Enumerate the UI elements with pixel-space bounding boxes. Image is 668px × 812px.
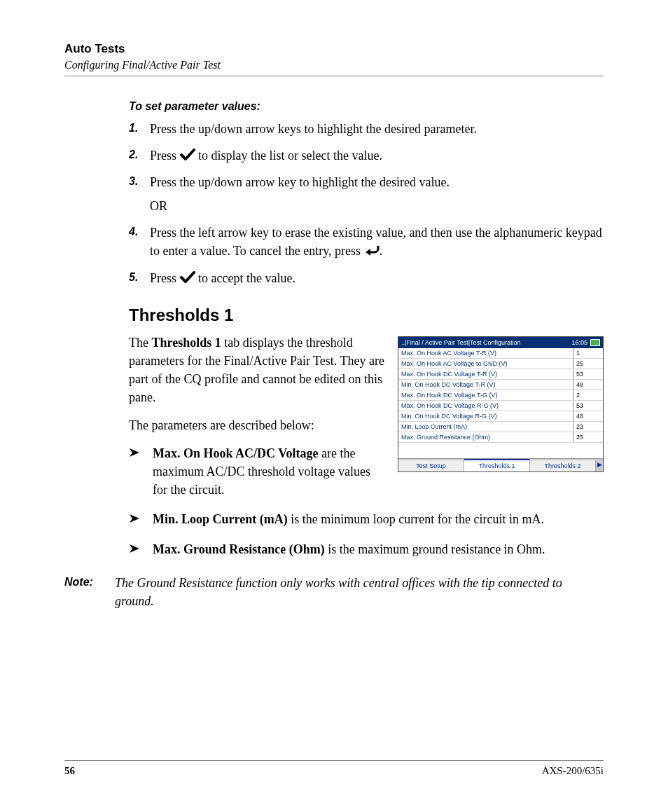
threshold-row: Max. On Hook DC Voltage R-G (V)53 bbox=[398, 400, 603, 411]
battery-icon bbox=[590, 339, 600, 346]
threshold-label: Max. On Hook DC Voltage T-R (V) bbox=[398, 369, 573, 379]
threshold-label: Max. On Hook AC Voltage to GND (V) bbox=[398, 358, 573, 369]
step-number: 3. bbox=[129, 173, 150, 215]
page-footer: 56 AXS-200/635i bbox=[64, 760, 604, 777]
page-number: 56 bbox=[64, 765, 75, 777]
footer-model: AXS-200/635i bbox=[542, 765, 604, 777]
threshold-label: Max. On Hook DC Voltage R-G (V) bbox=[398, 400, 573, 411]
step-body: Press the up/down arrow key to highlight… bbox=[150, 173, 604, 215]
bullet-item: Min. Loop Current (mA) is the minimum lo… bbox=[129, 510, 604, 528]
step-body: Press to display the list or select the … bbox=[150, 146, 604, 165]
threshold-value: 48 bbox=[573, 379, 604, 390]
back-icon bbox=[364, 244, 380, 258]
screenshot-title: ..|Final / Active Pair Test|Test Configu… bbox=[401, 339, 569, 346]
threshold-value: 23 bbox=[573, 421, 604, 432]
step-item: 5.Press to accept the value. bbox=[129, 269, 604, 287]
step-body: Press the up/down arrow keys to highligh… bbox=[150, 120, 604, 138]
step-item: 2.Press to display the list or select th… bbox=[129, 146, 604, 165]
threshold-table: Max. On Hook AC Voltage T-R (V)1Max. On … bbox=[398, 348, 603, 458]
threshold-row: Max. Ground Resistance (Ohm)25 bbox=[398, 432, 603, 442]
threshold-label: Min. On Hook DC Voltage R-G (V) bbox=[398, 411, 573, 421]
threshold-value: 25 bbox=[573, 358, 604, 369]
chapter-title: Auto Tests bbox=[64, 42, 604, 56]
bullet-item: Max. On Hook AC/DC Voltage are the maxim… bbox=[129, 444, 388, 499]
threshold-label: Min. On Hook DC Voltage T-R (V) bbox=[398, 379, 573, 390]
bullet-arrow-icon bbox=[129, 510, 153, 528]
bullet-arrow-icon bbox=[129, 540, 153, 558]
bullet-text: Max. On Hook AC/DC Voltage are the maxim… bbox=[153, 444, 388, 499]
check-icon bbox=[180, 271, 195, 285]
note: Note: The Ground Resistance function onl… bbox=[64, 574, 604, 610]
procedure-title: To set parameter values: bbox=[129, 100, 604, 113]
bullet-item: Max. Ground Resistance (Ohm) is the maxi… bbox=[129, 540, 604, 558]
threshold-value: 2 bbox=[573, 390, 604, 400]
step-number: 4. bbox=[129, 223, 150, 260]
bullet-text: Min. Loop Current (mA) is the minimum lo… bbox=[153, 510, 544, 528]
section-subtitle: Configuring Final/Active Pair Test bbox=[64, 59, 604, 71]
step-item: 1.Press the up/down arrow keys to highli… bbox=[129, 120, 604, 138]
threshold-row: Max. On Hook DC Voltage T-R (V)53 bbox=[398, 369, 603, 379]
procedure-steps: 1.Press the up/down arrow keys to highli… bbox=[129, 120, 604, 287]
threshold-row: Max. On Hook AC Voltage to GND (V)25 bbox=[398, 358, 603, 369]
threshold-value: 25 bbox=[573, 432, 604, 442]
threshold-row: Max. On Hook AC Voltage T-R (V)1 bbox=[398, 348, 603, 359]
step-body: Press to accept the value. bbox=[150, 269, 604, 287]
threshold-value: 53 bbox=[573, 369, 604, 379]
threshold-label: Max. On Hook DC Voltage T-G (V) bbox=[398, 390, 573, 400]
note-label: Note: bbox=[64, 574, 115, 610]
device-screenshot: ..|Final / Active Pair Test|Test Configu… bbox=[398, 336, 604, 472]
bullet-arrow-icon bbox=[129, 444, 153, 499]
footer-rule bbox=[64, 760, 604, 761]
threshold-row: Max. On Hook DC Voltage T-G (V)2 bbox=[398, 390, 603, 400]
step-body: Press the left arrow key to erase the ex… bbox=[150, 223, 604, 260]
screenshot-tab[interactable]: Test Setup bbox=[398, 459, 464, 472]
screenshot-clock: 16:05 bbox=[571, 339, 587, 346]
threshold-row: Min. On Hook DC Voltage R-G (V)48 bbox=[398, 411, 603, 421]
header-rule bbox=[64, 76, 604, 76]
step-number: 5. bbox=[129, 269, 150, 287]
screenshot-tabs: Test SetupThresholds 1Thresholds 2▶ bbox=[398, 458, 603, 472]
note-text: The Ground Resistance function only work… bbox=[115, 574, 604, 610]
threshold-label: Min. Loop Current (mA) bbox=[398, 421, 573, 432]
step-or: OR bbox=[150, 197, 604, 215]
check-icon bbox=[180, 149, 195, 163]
step-number: 2. bbox=[129, 146, 150, 165]
threshold-value: 53 bbox=[573, 400, 604, 411]
tab-scroll-right-icon[interactable]: ▶ bbox=[596, 459, 603, 472]
threshold-row: Min. On Hook DC Voltage T-R (V)48 bbox=[398, 379, 603, 390]
step-number: 1. bbox=[129, 120, 150, 138]
threshold-label: Max. On Hook AC Voltage T-R (V) bbox=[398, 348, 573, 359]
step-item: 4.Press the left arrow key to erase the … bbox=[129, 223, 604, 260]
threshold-value: 48 bbox=[573, 411, 604, 421]
section-heading: Thresholds 1 bbox=[129, 305, 604, 325]
threshold-row: Min. Loop Current (mA)23 bbox=[398, 421, 603, 432]
screenshot-tab[interactable]: Thresholds 2 bbox=[530, 459, 596, 472]
threshold-label: Max. Ground Resistance (Ohm) bbox=[398, 432, 573, 442]
threshold-value: 1 bbox=[573, 348, 604, 359]
screenshot-tab[interactable]: Thresholds 1 bbox=[464, 459, 530, 472]
bullet-text: Max. Ground Resistance (Ohm) is the maxi… bbox=[153, 540, 545, 558]
screenshot-titlebar: ..|Final / Active Pair Test|Test Configu… bbox=[398, 337, 603, 348]
step-item: 3.Press the up/down arrow key to highlig… bbox=[129, 173, 604, 215]
